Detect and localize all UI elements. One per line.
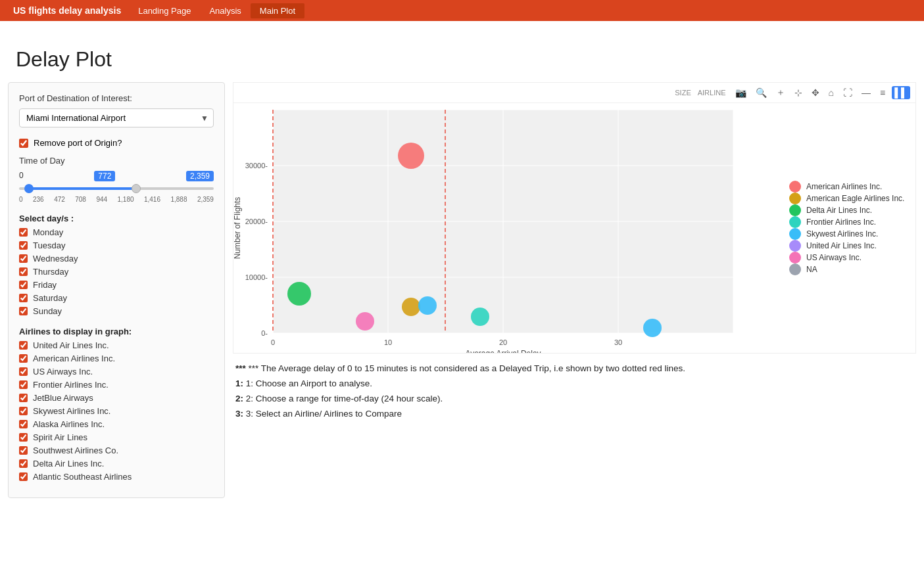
airline-checkbox[interactable] — [19, 367, 28, 376]
point-skywest[interactable] — [418, 296, 437, 315]
nav-analysis[interactable]: Analysis — [200, 3, 250, 18]
fullscreen-btn[interactable]: ⛶ — [840, 86, 855, 99]
legend-label: American Eagle Airlines Inc. — [806, 194, 904, 203]
day-label: Friday — [33, 280, 57, 290]
compare-btn[interactable]: ≡ — [877, 86, 888, 99]
airline-item: Spirit Air Lines — [19, 432, 214, 442]
airline-checkbox[interactable] — [19, 420, 28, 428]
y-tick-20000: 20000- — [245, 218, 268, 225]
legend-label: US Airways Inc. — [806, 253, 862, 262]
day-item: Wednesday — [19, 254, 214, 264]
airline-item: Delta Air Lines Inc. — [19, 459, 214, 469]
airline-checkbox[interactable] — [19, 459, 28, 468]
crosshair-btn[interactable]: ⊹ — [792, 86, 805, 99]
day-item: Tuesday — [19, 241, 214, 250]
airline-checkbox[interactable] — [19, 446, 28, 455]
point-united[interactable] — [402, 298, 420, 316]
day-checkbox[interactable] — [19, 281, 28, 289]
legend-item: American Airlines Inc. — [789, 181, 910, 193]
airline-checkbox[interactable] — [19, 380, 28, 389]
slider-right-value: 2,359 — [186, 171, 214, 181]
day-checkbox[interactable] — [19, 254, 28, 263]
airlines-list: United Air Lines Inc.American Airlines I… — [19, 340, 214, 482]
airline-item: JetBlue Airways — [19, 393, 214, 403]
day-checkbox[interactable] — [19, 294, 28, 302]
destination-dropdown-wrapper: Miami International Airport John F. Kenn… — [19, 108, 214, 127]
pan-btn[interactable]: ✥ — [809, 86, 822, 99]
scatter-chart: 0- 10000- 20000- 30000- 0 10 20 30 Numbe… — [233, 103, 784, 353]
day-label: Tuesday — [33, 241, 65, 250]
note-line-4: 3: 3: Select an Airline/ Airlines to Com… — [235, 407, 913, 422]
point-delta[interactable] — [287, 282, 311, 306]
plus-btn[interactable]: ＋ — [773, 85, 788, 100]
airline-item: Alaska Airlines Inc. — [19, 419, 214, 429]
minus-btn[interactable]: — — [859, 86, 873, 99]
legend-dot — [789, 181, 801, 193]
airline-label: Delta Air Lines Inc. — [33, 459, 104, 469]
point-skywest2[interactable] — [643, 319, 662, 337]
size-label: SIZE — [675, 89, 691, 97]
remove-origin-label: Remove port of Origin? — [34, 138, 122, 148]
legend-dot — [789, 264, 801, 275]
airline-label: Southwest Airlines Co. — [33, 446, 118, 455]
airline-checkbox[interactable] — [19, 472, 28, 481]
time-of-day-label: Time of Day — [19, 156, 214, 166]
destination-select[interactable]: Miami International Airport John F. Kenn… — [19, 108, 214, 127]
day-label: Thursday — [33, 267, 68, 277]
airline-item: United Air Lines Inc. — [19, 340, 214, 350]
airline-checkbox[interactable] — [19, 394, 28, 402]
airline-label: Frontier Airlines Inc. — [33, 380, 109, 390]
slider-left-value: 772 — [94, 171, 115, 181]
x-tick-30: 30 — [614, 338, 622, 346]
airlines-label: Airlines to display in graph: — [19, 327, 214, 336]
nav-landing-page[interactable]: Landing Page — [129, 3, 200, 18]
airline-checkbox[interactable] — [19, 354, 28, 363]
slider-track-wrapper[interactable] — [19, 183, 214, 195]
y-tick-0: 0- — [261, 329, 268, 337]
airline-label: Spirit Air Lines — [33, 432, 87, 442]
x-tick-20: 20 — [499, 338, 507, 346]
airline-label: US Airways Inc. — [33, 367, 93, 377]
chart-legend: American Airlines Inc.American Eagle Air… — [784, 103, 915, 353]
airline-checkbox[interactable] — [19, 407, 28, 415]
days-section: Select day/s : MondayTuesdayWednesdayThu… — [19, 214, 214, 316]
slider-top-labels: 0 772 2,359 — [19, 171, 214, 181]
day-checkbox[interactable] — [19, 267, 28, 276]
legend-dot — [789, 228, 801, 240]
airline-checkbox[interactable] — [19, 341, 28, 350]
nav-main-plot[interactable]: Main Plot — [251, 3, 304, 18]
point-usairways[interactable] — [356, 312, 374, 331]
zoom-btn[interactable]: 🔍 — [753, 86, 769, 99]
chart-and-legend: 0- 10000- 20000- 30000- 0 10 20 30 Numbe… — [233, 103, 915, 353]
day-item: Monday — [19, 227, 214, 237]
airline-item: American Airlines Inc. — [19, 354, 214, 363]
airline-label: United Air Lines Inc. — [33, 340, 109, 350]
day-checkbox[interactable] — [19, 228, 28, 237]
time-of-day-section: Time of Day 0 772 2,359 0 236 472 708 94… — [19, 156, 214, 203]
legend-dot — [789, 216, 801, 228]
airline-item: US Airways Inc. — [19, 367, 214, 377]
remove-origin-checkbox[interactable] — [19, 139, 28, 148]
app-title: US flights delay analysis — [5, 5, 129, 16]
remove-origin-row: Remove port of Origin? — [19, 138, 214, 148]
point-american[interactable] — [398, 143, 424, 169]
slider-thumb-left[interactable] — [24, 184, 34, 193]
x-tick-0: 0 — [271, 338, 275, 346]
airline-item: Frontier Airlines Inc. — [19, 380, 214, 390]
notes-section: *** *** The Average delay of 0 to 15 min… — [233, 354, 916, 430]
legend-dot — [789, 252, 801, 264]
day-checkbox[interactable] — [19, 307, 28, 315]
legend-item: American Eagle Airlines Inc. — [789, 193, 910, 204]
bar-chart-btn[interactable]: ▌▌ — [892, 86, 910, 99]
slider-thumb-right[interactable] — [132, 184, 141, 193]
day-checkbox[interactable] — [19, 241, 28, 250]
camera-btn[interactable]: 📷 — [733, 86, 749, 99]
x-axis-label: Average Arrival Delay — [465, 349, 541, 353]
y-axis-label: Number of Flights — [233, 197, 242, 260]
day-label: Monday — [33, 227, 63, 237]
airline-item: Southwest Airlines Co. — [19, 446, 214, 455]
point-frontier[interactable] — [471, 308, 489, 326]
airline-checkbox[interactable] — [19, 433, 28, 442]
legend-label: United Air Lines Inc. — [806, 241, 877, 250]
home-btn[interactable]: ⌂ — [826, 86, 837, 99]
